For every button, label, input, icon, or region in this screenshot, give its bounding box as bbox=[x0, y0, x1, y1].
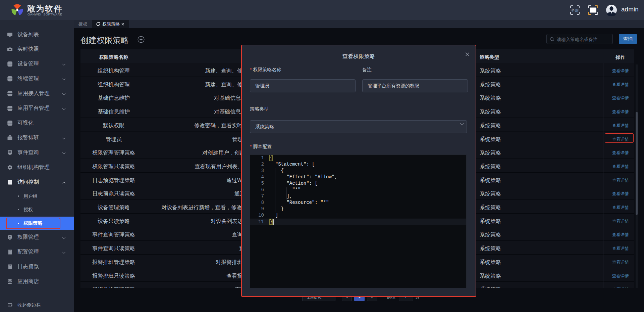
svg-text:全屏: 全屏 bbox=[571, 8, 579, 13]
